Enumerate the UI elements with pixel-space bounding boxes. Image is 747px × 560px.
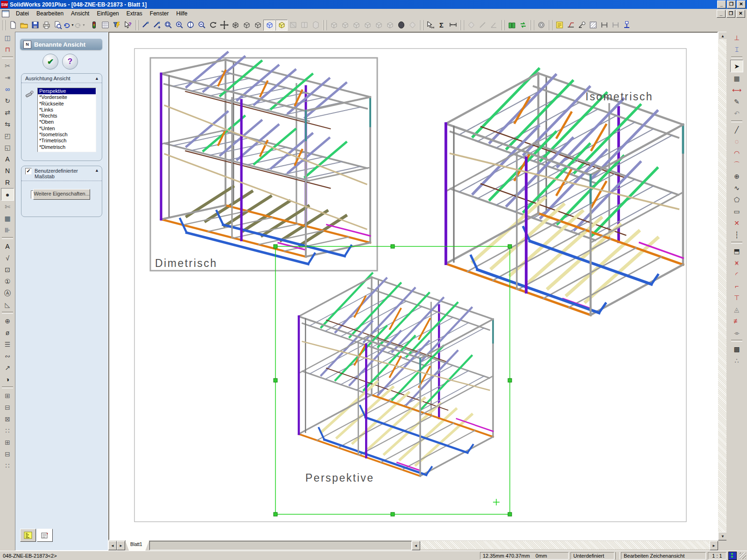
orientation-item-rechts[interactable]: *Rechts bbox=[38, 113, 96, 119]
scroll-down-button[interactable]: ▼ bbox=[718, 532, 727, 540]
select-other-button[interactable] bbox=[151, 20, 162, 30]
mirror-all-button[interactable]: ◬ bbox=[731, 303, 743, 315]
feature-manager-tab[interactable] bbox=[20, 529, 36, 542]
orientation-item-isometrisch[interactable]: *Isometrisch bbox=[38, 132, 96, 138]
open-document-button[interactable] bbox=[18, 20, 29, 30]
display-status-button[interactable] bbox=[88, 20, 99, 30]
toolbar-grip[interactable] bbox=[460, 20, 464, 30]
glasses-button[interactable]: ∞ bbox=[1, 83, 14, 95]
hatch-sketch-button[interactable]: ≢ bbox=[731, 315, 743, 327]
table-button[interactable]: ▦ bbox=[1, 212, 14, 224]
pattern-5-button[interactable]: ⊞ bbox=[1, 436, 14, 448]
orientation-item-oben[interactable]: *Oben bbox=[38, 119, 96, 125]
save-button[interactable] bbox=[29, 20, 41, 30]
zoom-to-fit-button[interactable] bbox=[162, 20, 174, 30]
maximize-button[interactable]: ❐ bbox=[727, 0, 736, 8]
note-button[interactable] bbox=[554, 20, 565, 30]
trim-button[interactable]: ✄ bbox=[1, 201, 14, 212]
datum-feature-button[interactable]: Ⓐ bbox=[1, 287, 14, 299]
selection-handle[interactable] bbox=[391, 512, 395, 516]
menu-fenster[interactable]: Fenster bbox=[146, 9, 173, 18]
selection-handle[interactable] bbox=[508, 245, 512, 248]
collapse-arrow-icon[interactable]: ▲ bbox=[95, 168, 99, 173]
shaded-button[interactable] bbox=[275, 20, 288, 31]
orientation-item-dimetrisch[interactable]: *Dimetrisch bbox=[38, 144, 96, 150]
pattern-3-button[interactable]: ⊠ bbox=[1, 413, 14, 425]
selection-handle[interactable] bbox=[508, 378, 512, 382]
selection-handle[interactable] bbox=[274, 512, 277, 516]
corner-button[interactable]: ◺ bbox=[1, 299, 14, 310]
balloon-button[interactable] bbox=[576, 20, 587, 30]
polygon-button[interactable]: ⬠ bbox=[731, 194, 743, 205]
orientation-item-perspektive[interactable]: Perspektive bbox=[38, 88, 96, 94]
modify-sketch-button[interactable]: ↶ bbox=[731, 107, 743, 119]
menu-bearbeiten[interactable]: Bearbeiten bbox=[33, 9, 67, 18]
spline-button[interactable]: ∿ bbox=[731, 182, 743, 194]
toolbar-grip[interactable] bbox=[530, 20, 534, 30]
more-properties-button[interactable]: Weitere Eigenschaften... bbox=[33, 189, 90, 200]
toolbar-grip[interactable] bbox=[323, 20, 327, 30]
orientation-list[interactable]: Perspektive*Vorderseite*Rückseite*Links*… bbox=[37, 88, 96, 152]
pattern-7-button[interactable]: ∷ bbox=[1, 460, 14, 471]
context-help-button[interactable]: ? bbox=[122, 20, 133, 30]
minimize-button[interactable]: _ bbox=[717, 0, 726, 8]
document-system-icon[interactable] bbox=[2, 10, 9, 17]
tree-display-button[interactable]: ⊪ bbox=[1, 224, 14, 236]
spin-tool-button[interactable] bbox=[536, 20, 547, 30]
pan-button[interactable] bbox=[218, 20, 230, 30]
hidden-lines-removed-button[interactable] bbox=[252, 20, 263, 30]
toolbar-grip[interactable] bbox=[134, 20, 139, 30]
custom-scale-checkbox[interactable]: ✓ bbox=[25, 168, 32, 175]
drawing-view-dimetrisch[interactable] bbox=[161, 52, 370, 264]
detail-view-button[interactable]: ◱ bbox=[1, 141, 14, 153]
hscroll-right-button[interactable]: ► bbox=[710, 541, 718, 550]
rotate-view-button[interactable] bbox=[207, 20, 218, 30]
orientation-item-vorderseite[interactable]: *Vorderseite bbox=[38, 94, 96, 100]
linear-pattern-button[interactable]: ▩ bbox=[731, 343, 743, 355]
circle-button[interactable]: ⊕ bbox=[731, 170, 743, 182]
rotate-sketch-button[interactable]: ↻ bbox=[1, 95, 14, 106]
grid-settings-button[interactable] bbox=[99, 20, 111, 30]
new-document-button[interactable] bbox=[7, 20, 18, 30]
close-button[interactable]: ✕ bbox=[737, 0, 746, 8]
crop-view-button[interactable]: ◰ bbox=[1, 130, 14, 141]
select-tool-button[interactable] bbox=[140, 20, 151, 30]
arrow-leader-button[interactable]: ↗ bbox=[1, 362, 14, 373]
menu-datei[interactable]: Datei bbox=[12, 9, 33, 18]
tab-scroll-right-button[interactable]: ► bbox=[117, 541, 125, 550]
view-n-button[interactable]: N bbox=[1, 165, 14, 176]
tangent-arc-button[interactable]: ◠ bbox=[731, 147, 743, 159]
toolbar-grip[interactable] bbox=[548, 20, 552, 30]
menu-hilfe[interactable]: Hilfe bbox=[173, 9, 191, 18]
zoom-out-button[interactable] bbox=[196, 20, 207, 30]
sketch-grid-button[interactable]: ▦ bbox=[731, 72, 743, 84]
trim-entities-button[interactable]: ✕ bbox=[731, 217, 743, 229]
toolbar-grip[interactable] bbox=[500, 20, 505, 30]
center-mark-button[interactable]: ⊕ bbox=[1, 315, 14, 327]
surface-finish-button[interactable]: √ bbox=[1, 252, 14, 264]
mdi-close-button[interactable]: ✕ bbox=[736, 10, 745, 18]
centerline-button[interactable]: ┆ bbox=[731, 229, 743, 240]
selection-handle[interactable] bbox=[274, 245, 277, 248]
hidden-in-gray-button[interactable] bbox=[263, 20, 275, 31]
area-hatch-button[interactable] bbox=[587, 20, 599, 30]
weld-symbol-button[interactable] bbox=[565, 20, 576, 30]
offset-entities-button[interactable]: ⌐ bbox=[731, 280, 743, 292]
mdi-restore-button[interactable]: ❐ bbox=[726, 10, 735, 18]
rectangle-button[interactable]: ▭ bbox=[731, 205, 743, 217]
dimension-properties-button[interactable] bbox=[447, 20, 458, 30]
line-button[interactable]: ╱ bbox=[731, 124, 743, 135]
update-view-button[interactable] bbox=[517, 20, 529, 30]
vertical-dimension-button[interactable]: ⊥ bbox=[731, 32, 743, 43]
equations-button[interactable]: Σ bbox=[436, 20, 447, 30]
tab-scroll-left-button[interactable]: ◄ bbox=[108, 541, 117, 550]
balloon-number-button[interactable]: ① bbox=[1, 275, 14, 287]
fillet-sketch-button[interactable]: ◜ bbox=[731, 268, 743, 280]
hidden-lines-visible-button[interactable] bbox=[241, 20, 252, 30]
measure-button[interactable] bbox=[425, 20, 436, 30]
shaded-view-button[interactable]: ● bbox=[1, 188, 14, 201]
sheet-tab-blatt1[interactable]: Blatt1 bbox=[125, 540, 149, 552]
drawing-view-perspektive[interactable] bbox=[299, 273, 493, 476]
mirror-button[interactable]: ⩙ bbox=[731, 257, 743, 268]
pattern-1-button[interactable]: ⊞ bbox=[1, 390, 14, 401]
